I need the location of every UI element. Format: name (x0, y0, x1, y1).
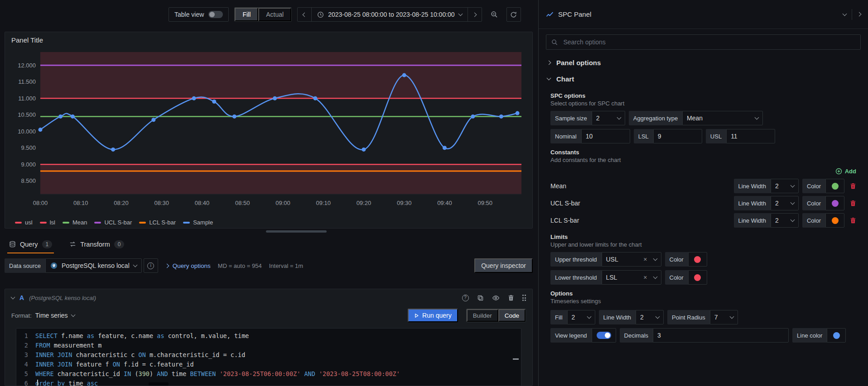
panel-title[interactable]: Panel Title (11, 36, 43, 44)
svg-text:09:20: 09:20 (357, 200, 371, 206)
panel-options-label: Panel options (556, 59, 601, 67)
legend-item[interactable]: UCL S-bar (94, 219, 132, 226)
delete-constant-button[interactable] (850, 183, 856, 189)
close-icon[interactable]: × (643, 274, 647, 281)
color-picker[interactable] (688, 252, 707, 267)
usl-input[interactable] (726, 129, 775, 143)
play-icon (414, 313, 419, 318)
panel-type-chevron-icon[interactable] (843, 11, 847, 16)
add-constant-button[interactable]: Add (835, 168, 856, 175)
spc-chart[interactable]: 8.5009.0009.50010.00010.50011.00011.5001… (11, 49, 525, 218)
sql-token: ) (149, 369, 157, 379)
time-range-picker: 2023-08-25 08:00:00 to 2023-08-25 10:00:… (297, 7, 482, 22)
time-range-button[interactable]: 2023-08-25 08:00:00 to 2023-08-25 10:00:… (311, 8, 468, 21)
timeseries-row-2: View legend Decimals Line color (550, 328, 856, 343)
refresh-button[interactable] (506, 7, 521, 22)
chart-section[interactable]: Chart (539, 71, 868, 87)
options-pane-title: SPC Panel (558, 10, 591, 18)
upper-threshold-select[interactable]: USL × (602, 252, 661, 267)
chevron-down-icon (729, 315, 734, 319)
lower-threshold-select[interactable]: LSL × (602, 270, 661, 285)
color-label: Color (665, 270, 688, 285)
code-line[interactable]: 2FROM measurement m (16, 341, 521, 350)
point-radius-select[interactable]: 7 (710, 310, 738, 324)
data-source-label: Data source (5, 258, 45, 273)
postgresql-icon (50, 262, 58, 269)
time-shift-forward-button[interactable] (468, 8, 482, 21)
aggregation-type-select[interactable]: Mean (682, 111, 763, 125)
code-editor-scrollbar[interactable] (149, 382, 169, 386)
builder-button[interactable]: Builder (467, 309, 498, 322)
horizontal-scrollbar[interactable] (266, 230, 327, 233)
tab-query[interactable]: Query 1 (7, 236, 54, 253)
collapse-query-icon[interactable] (11, 295, 15, 300)
query-format-row: Format: Time series Run query Builder Co… (5, 306, 532, 324)
sample-size-select[interactable]: 2 (592, 111, 625, 125)
color-picker[interactable] (825, 179, 844, 193)
fill-button[interactable]: Fill (235, 8, 258, 21)
search-input[interactable] (562, 38, 855, 46)
copy-icon[interactable] (477, 295, 484, 301)
close-icon[interactable]: × (643, 256, 647, 262)
sql-code-editor[interactable]: 1SELECT f.name as feature, c.name as con… (16, 328, 521, 386)
spc-options-desc: Select options for SPC chart (550, 100, 856, 107)
options-pane: SPC Panel Panel options Chart SPC option… (538, 0, 868, 386)
help-icon[interactable]: ? (462, 295, 469, 301)
run-query-button[interactable]: Run query (408, 309, 458, 322)
trash-icon[interactable] (508, 295, 514, 301)
lsl-input[interactable] (653, 129, 702, 143)
code-button[interactable]: Code (498, 309, 526, 322)
code-line[interactable]: 3INNER JOIN characteristic c ON m.charac… (16, 350, 521, 360)
line-width-select[interactable]: 2 (771, 213, 799, 228)
view-legend-toggle[interactable] (592, 328, 616, 343)
run-query-label: Run query (422, 312, 452, 319)
delete-constant-button[interactable] (850, 200, 856, 206)
chart-options-content: SPC options Select options for SPC chart… (539, 92, 868, 343)
legend-item[interactable]: Mean (63, 219, 87, 226)
query-inspector-button[interactable]: Query inspector (474, 258, 533, 273)
svg-text:12.000: 12.000 (18, 62, 36, 69)
line-color-picker[interactable] (827, 328, 846, 343)
legend-item[interactable]: lsl (40, 219, 55, 226)
nominal-input[interactable] (581, 129, 630, 143)
code-line[interactable]: 6order by time asc (16, 379, 521, 386)
fill-value: 2 (572, 314, 575, 321)
svg-text:09:30: 09:30 (397, 200, 412, 206)
line-width-select[interactable]: 2 (636, 310, 664, 324)
query-options-toggle[interactable]: Query options (165, 262, 211, 269)
fill-select[interactable]: 2 (567, 310, 595, 324)
time-shift-back-button[interactable] (298, 8, 311, 21)
code-line[interactable]: 4INNER JOIN feature f ON f.id = c.featur… (16, 360, 521, 369)
panel-options-section[interactable]: Panel options (539, 54, 868, 71)
legend-item[interactable]: Sample (183, 219, 213, 226)
code-line[interactable]: 1SELECT f.name as feature, c.name as con… (16, 331, 521, 341)
actual-button[interactable]: Actual (258, 8, 291, 21)
line-width-select[interactable]: 2 (771, 196, 799, 210)
query-ref-id[interactable]: A (19, 294, 24, 301)
legend-item[interactable]: LCL S-bar (139, 219, 176, 226)
sql-token: INNER JOIN (35, 360, 72, 369)
decimals-input[interactable] (653, 328, 789, 343)
max-datapoints-text: MD = auto = 954 (218, 262, 262, 269)
color-picker[interactable] (825, 213, 844, 228)
tab-transform[interactable]: Transform 0 (68, 236, 126, 253)
format-select[interactable]: Time series (35, 312, 75, 319)
legend-label: Sample (193, 219, 213, 226)
lower-threshold-value: LSL (606, 274, 617, 281)
color-picker[interactable] (688, 270, 707, 285)
table-view-toggle[interactable] (208, 11, 223, 18)
zoom-out-button[interactable] (487, 7, 501, 22)
legend-swatch (63, 222, 69, 224)
legend-item[interactable]: usl (15, 219, 33, 226)
line-width-select[interactable]: 2 (771, 179, 799, 193)
code-line[interactable]: 5WHERE characteristic_id IN (390) AND ti… (16, 369, 521, 379)
drag-handle-icon[interactable] (522, 295, 526, 301)
color-picker[interactable] (825, 196, 844, 210)
eye-icon[interactable] (492, 294, 500, 302)
collapse-pane-icon[interactable] (857, 12, 862, 17)
delete-constant-button[interactable] (850, 217, 856, 224)
format-value: Time series (35, 312, 68, 319)
datasource-help-button[interactable]: i (144, 258, 158, 273)
aggregation-type-value: Mean (687, 114, 703, 122)
datasource-picker[interactable]: PostgreSQL kenso local (45, 258, 142, 273)
